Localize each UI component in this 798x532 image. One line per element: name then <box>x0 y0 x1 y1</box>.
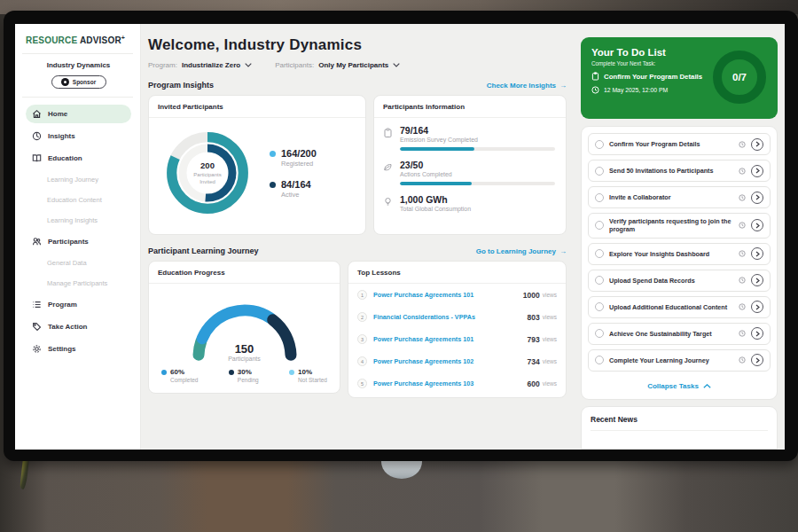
clock-icon <box>739 141 746 148</box>
sidebar-item-manage-participants[interactable]: Manage Participants <box>26 275 131 292</box>
stat-value: 1,000 GWh <box>400 194 555 205</box>
task-go-button[interactable] <box>751 301 763 313</box>
task-go-button[interactable] <box>751 274 763 286</box>
card-title: Top Lessons <box>348 262 566 284</box>
task-label: Invite a Collaborator <box>609 193 733 201</box>
invited-participants-card: Invited Participants 200 Participants In… <box>148 95 366 235</box>
todo-progress-value: 0/7 <box>732 72 747 82</box>
main-content: Welcome, Industry Dynamics Program: Indu… <box>141 24 575 450</box>
lesson-link[interactable]: Power Purchase Agreements 102 <box>373 357 528 365</box>
sidebar-item-learning-insights[interactable]: Learning Insights <box>26 212 131 229</box>
stat-value: 23/50 <box>400 160 555 170</box>
home-icon <box>32 109 42 119</box>
sidebar-item-insights[interactable]: Insights <box>26 127 131 145</box>
sidebar-item-general-data[interactable]: General Data <box>26 254 131 271</box>
stat-label: Total Global Consumption <box>400 206 555 212</box>
todo-next-task-label: Confirm Your Program Details <box>604 73 702 81</box>
task-go-button[interactable] <box>751 247 763 260</box>
task-checkbox[interactable] <box>595 329 604 338</box>
sidebar-item-participants[interactable]: Participants <box>26 232 131 251</box>
donut-center-value: 200 <box>200 160 215 170</box>
sponsor-label: Sponsor <box>73 79 96 85</box>
program-filter-value: Industrialize Zero <box>182 61 240 69</box>
clock-icon <box>739 194 746 201</box>
sidebar-divider <box>22 53 133 54</box>
link-label: Check More Insights <box>487 82 556 90</box>
task-checkbox[interactable] <box>595 276 604 285</box>
lesson-rank: 3 <box>357 334 367 344</box>
sidebar-nav: Home Insights Education Learning Journey… <box>26 105 131 358</box>
lesson-rank: 1 <box>357 290 367 300</box>
lesson-link[interactable]: Power Purchase Agreements 103 <box>373 379 528 387</box>
sidebar-item-label: Settings <box>48 345 76 353</box>
lesson-link[interactable]: Power Purchase Agreements 101 <box>373 291 523 299</box>
task-label: Upload Additional Educational Content <box>609 303 733 311</box>
collapse-label: Collapse Tasks <box>647 382 699 390</box>
sidebar-item-settings[interactable]: Settings <box>26 340 131 358</box>
sidebar-item-learning-journey[interactable]: Learning Journey <box>26 171 131 188</box>
lesson-row: 1 Power Purchase Agreements 101 1000 vie… <box>348 284 566 306</box>
task-go-button[interactable] <box>751 138 763 151</box>
task-checkbox[interactable] <box>595 167 604 176</box>
lesson-views: 600 <box>528 379 540 388</box>
sidebar-item-take-action[interactable]: Take Action <box>26 317 131 336</box>
views-suffix: views <box>543 380 557 387</box>
lesson-rank: 5 <box>357 379 367 388</box>
lesson-link[interactable]: Power Purchase Agreements 101 <box>373 335 528 343</box>
sidebar-divider <box>22 97 133 98</box>
collapse-tasks-link[interactable]: Collapse Tasks <box>588 379 771 393</box>
task-checkbox[interactable] <box>595 221 604 230</box>
go-to-learning-journey-link[interactable]: Go to Learning Journey → <box>476 247 567 255</box>
task-go-button[interactable] <box>751 192 763 204</box>
participants-filter[interactable]: Participants: Only My Participants <box>275 61 400 69</box>
section-title: Program Insights <box>148 81 214 90</box>
program-filter[interactable]: Program: Industrialize Zero <box>148 61 252 69</box>
todo-due-label: 12 May 2025, 12:00 PM <box>604 87 668 93</box>
recent-news-title: Recent News <box>591 415 768 431</box>
sidebar-item-education-content[interactable]: Education Content <box>26 192 131 208</box>
section-title: Participant Learning Journey <box>148 246 259 255</box>
task-label: Achieve One Sustainability Target <box>609 330 733 338</box>
task-go-button[interactable] <box>751 354 763 366</box>
sponsor-icon <box>61 78 69 86</box>
task-row: Upload Spend Data Records <box>588 270 771 292</box>
sidebar-item-label: Participants <box>48 238 89 246</box>
sidebar-item-home[interactable]: Home <box>26 105 131 123</box>
chevron-up-icon <box>703 384 711 388</box>
dashboard-screen: RESOURCE ADVISOR+ Industry Dynamics Spon… <box>15 24 785 450</box>
learning-cards-row: Education Progress 150 Participants <box>148 261 567 398</box>
lesson-link[interactable]: Financial Considerations - VPPAs <box>373 313 528 321</box>
task-checkbox[interactable] <box>595 193 604 202</box>
list-icon <box>32 300 42 309</box>
task-checkbox[interactable] <box>595 356 604 364</box>
clock-icon <box>739 168 746 175</box>
task-go-button[interactable] <box>751 219 763 231</box>
lesson-views: 793 <box>528 335 540 344</box>
sidebar-item-label: Learning Insights <box>47 216 98 224</box>
sponsor-badge: Sponsor <box>51 75 106 89</box>
task-go-button[interactable] <box>751 165 763 177</box>
legend-pending: 30% Pending <box>229 368 259 383</box>
sidebar-item-education[interactable]: Education <box>26 149 131 168</box>
book-icon <box>32 153 42 163</box>
task-checkbox[interactable] <box>595 302 604 311</box>
sidebar-item-label: General Data <box>47 259 87 267</box>
check-more-insights-link[interactable]: Check More Insights → <box>487 82 567 90</box>
task-go-button[interactable] <box>751 327 763 340</box>
views-suffix: views <box>543 358 557 364</box>
sidebar-item-label: Take Action <box>48 323 87 331</box>
sidebar-item-program[interactable]: Program <box>26 295 131 314</box>
stat-label: Actions Completed <box>400 171 555 177</box>
task-row: Complete Your Learning Journey <box>588 349 771 372</box>
legend-label: Active <box>281 191 311 199</box>
task-checkbox[interactable] <box>595 249 604 258</box>
legend-value: 164/200 <box>281 148 317 159</box>
page-title: Welcome, Industry Dynamics <box>148 36 567 54</box>
chevron-right-icon <box>755 251 760 257</box>
stat-global-consumption: 1,000 GWh Total Global Consumption <box>383 194 555 212</box>
lesson-row: 4 Power Purchase Agreements 102 734 view… <box>348 350 566 372</box>
task-checkbox[interactable] <box>595 140 604 149</box>
todo-panel: Your To Do List Complete Your Next Task:… <box>575 24 785 450</box>
lesson-row: 2 Financial Considerations - VPPAs 803 v… <box>348 306 566 328</box>
card-title: Participants Information <box>374 96 566 118</box>
